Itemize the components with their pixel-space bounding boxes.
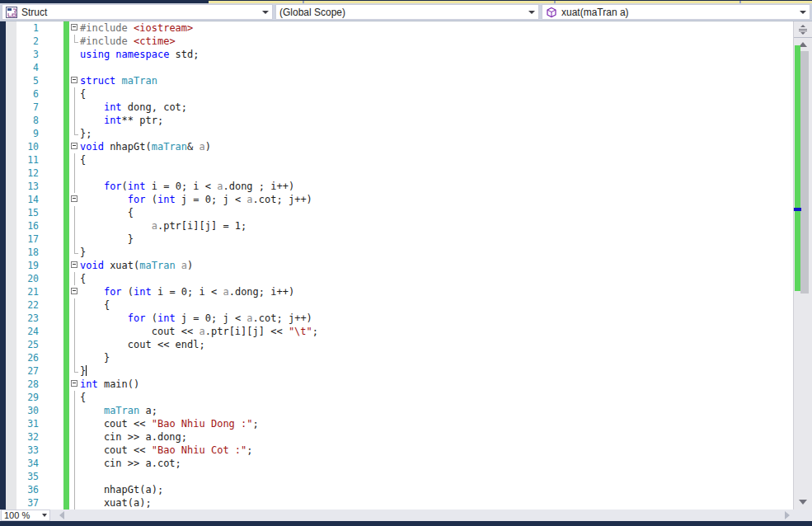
code-line[interactable]: 12	[0, 167, 793, 180]
code-line[interactable]: 15 {	[0, 206, 793, 219]
code-text[interactable]: for(int i = 0; i < a.dong ; i++)	[80, 180, 294, 193]
code-text[interactable]: cout << "Bao Nhiu Cot :";	[80, 444, 253, 457]
code-text[interactable]: void nhapGt(maTran& a)	[80, 140, 211, 153]
collapse-box-icon[interactable]	[71, 380, 77, 387]
code-line[interactable]: 26 }	[0, 351, 793, 364]
outline-margin[interactable]	[69, 378, 80, 391]
outline-margin[interactable]	[69, 285, 80, 298]
collapse-box-icon[interactable]	[71, 143, 77, 149]
code-line[interactable]: 22 {	[0, 298, 793, 312]
code-line[interactable]: 14 for (int j = 0; j < a.cot; j++)	[0, 193, 793, 206]
code-line[interactable]: 7 int dong, cot;	[0, 101, 793, 114]
code-line[interactable]: 20{	[0, 272, 793, 285]
code-line[interactable]: 5struct maTran	[0, 74, 793, 87]
code-line[interactable]: 11{	[0, 153, 793, 167]
code-text[interactable]: #include <ctime>	[80, 35, 176, 48]
code-text[interactable]: maTran a;	[80, 404, 157, 417]
collapse-box-icon[interactable]	[71, 77, 77, 83]
code-text[interactable]: int dong, cot;	[80, 101, 187, 114]
code-text[interactable]: void xuat(maTran a)	[80, 259, 193, 272]
code-text[interactable]: };	[80, 127, 92, 140]
code-editor[interactable]: 1#include <iostream>2#include <ctime>3us…	[0, 21, 793, 510]
code-line[interactable]: 16 a.ptr[i][j] = 1;	[0, 219, 793, 232]
code-text[interactable]: using namespace std;	[80, 48, 199, 61]
collapse-box-icon[interactable]	[71, 261, 77, 268]
code-line[interactable]: 13 for(int i = 0; i < a.dong ; i++)	[0, 180, 793, 193]
code-line[interactable]: 37 xuat(a);	[0, 496, 793, 510]
collapse-box-icon[interactable]	[71, 195, 77, 202]
code-line[interactable]: 27}	[0, 364, 793, 378]
code-line[interactable]: 25 cout << endl;	[0, 338, 793, 351]
code-text[interactable]: for (int i = 0; i < a.dong; i++)	[80, 285, 294, 298]
vertical-scrollbar[interactable]	[793, 21, 812, 510]
code-text[interactable]: {	[80, 206, 134, 219]
code-text[interactable]: nhapGt(a);	[80, 483, 163, 496]
code-text[interactable]: }	[80, 364, 87, 378]
code-line[interactable]: 9};	[0, 127, 793, 140]
code-line[interactable]: 33 cout << "Bao Nhiu Cot :";	[0, 444, 793, 457]
code-text[interactable]: for (int j = 0; j < a.cot; j++)	[80, 193, 312, 206]
code-line[interactable]: 19void xuat(maTran a)	[0, 259, 793, 272]
code-text[interactable]: cout << "Bao Nhiu Dong :";	[80, 417, 259, 430]
code-text[interactable]: }	[80, 246, 86, 259]
outline-margin[interactable]	[69, 193, 80, 206]
code-text[interactable]: int main()	[80, 378, 139, 391]
code-text[interactable]: xuat(a);	[80, 496, 152, 510]
outline-margin[interactable]	[69, 140, 80, 153]
code-text[interactable]: int** ptr;	[80, 114, 163, 127]
code-line[interactable]: 10void nhapGt(maTran& a)	[0, 140, 793, 153]
outline-margin[interactable]	[69, 74, 80, 87]
split-window-handle[interactable]	[794, 21, 812, 38]
code-text[interactable]: a.ptr[i][j] = 1;	[80, 219, 246, 232]
outline-guide-end	[74, 35, 78, 43]
zoom-level-dropdown[interactable]: 100 %	[1, 510, 50, 521]
code-text[interactable]: #include <iostream>	[80, 21, 193, 35]
code-text[interactable]: struct maTran	[80, 74, 157, 87]
code-line[interactable]: 31 cout << "Bao Nhiu Dong :";	[0, 417, 793, 430]
code-text[interactable]: cout << endl;	[80, 338, 205, 351]
code-line[interactable]: 23 for (int j = 0; j < a.cot; j++)	[0, 312, 793, 325]
code-text[interactable]: {	[80, 298, 110, 312]
code-line[interactable]: 2#include <ctime>	[0, 35, 793, 48]
collapse-box-icon[interactable]	[71, 288, 77, 294]
code-line[interactable]: 36 nhapGt(a);	[0, 483, 793, 496]
code-text[interactable]: {	[80, 87, 86, 101]
scroll-left-button[interactable]	[56, 510, 68, 521]
code-line[interactable]: 8 int** ptr;	[0, 114, 793, 127]
horizontal-scrollbar[interactable]: 100 %	[0, 510, 812, 521]
types-dropdown[interactable]: Struct	[2, 4, 273, 20]
collapse-box-icon[interactable]	[71, 24, 77, 31]
code-text[interactable]: cin >> a.dong;	[80, 430, 187, 444]
code-line[interactable]: 1#include <iostream>	[0, 21, 793, 35]
code-line[interactable]: 29{	[0, 391, 793, 404]
code-text[interactable]: cout << a.ptr[i][j] << "\t";	[80, 325, 318, 338]
code-text[interactable]: {	[80, 272, 86, 285]
scroll-right-button[interactable]	[781, 510, 793, 521]
code-text[interactable]: }	[80, 351, 110, 364]
code-line[interactable]: 17 }	[0, 232, 793, 246]
code-line[interactable]: 21 for (int i = 0; i < a.dong; i++)	[0, 285, 793, 298]
code-line[interactable]: 4	[0, 61, 793, 74]
code-line[interactable]: 34 cin >> a.cot;	[0, 457, 793, 470]
code-text[interactable]: {	[80, 153, 86, 167]
code-line[interactable]: 30 maTran a;	[0, 404, 793, 417]
code-line[interactable]: 24 cout << a.ptr[i][j] << "\t";	[0, 325, 793, 338]
code-text[interactable]: }	[80, 232, 134, 246]
vertical-scrollbar-thumb[interactable]	[800, 51, 809, 294]
code-line[interactable]: 32 cin >> a.dong;	[0, 430, 793, 444]
code-text[interactable]: for (int j = 0; j < a.cot; j++)	[80, 312, 312, 325]
code-text[interactable]: {	[80, 391, 86, 404]
code-line[interactable]: 28int main()	[0, 378, 793, 391]
outline-guide	[74, 444, 75, 457]
code-line[interactable]: 6{	[0, 87, 793, 101]
code-line[interactable]: 18}	[0, 246, 793, 259]
chevron-down-icon	[528, 11, 535, 14]
scroll-down-button[interactable]	[794, 496, 812, 508]
code-text[interactable]: cin >> a.cot;	[80, 457, 181, 470]
code-line[interactable]: 35	[0, 470, 793, 483]
code-line[interactable]: 3using namespace std;	[0, 48, 793, 61]
scope-dropdown[interactable]: (Global Scope)	[275, 4, 539, 20]
outline-margin[interactable]	[69, 21, 80, 35]
outline-margin[interactable]	[69, 259, 80, 272]
members-dropdown[interactable]: xuat(maTran a)	[542, 4, 810, 20]
